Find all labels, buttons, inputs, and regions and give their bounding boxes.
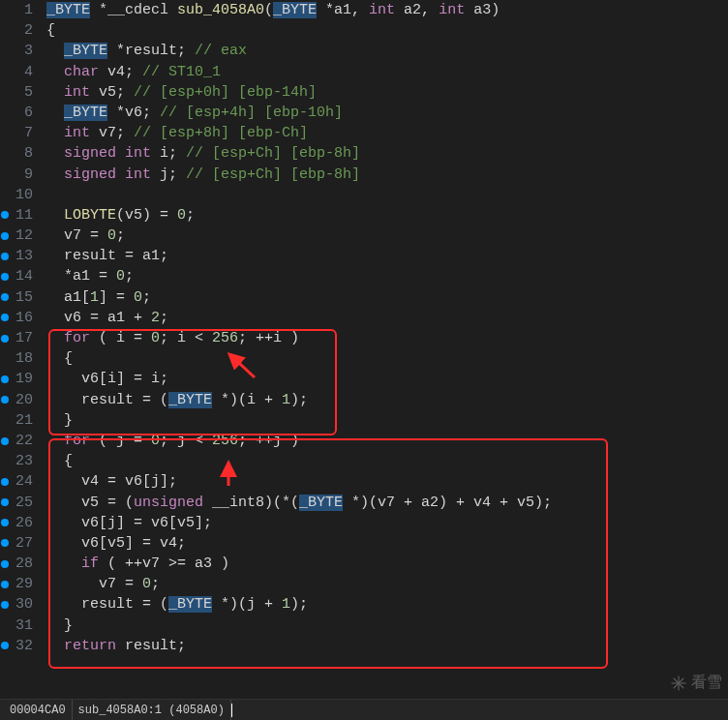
code-line[interactable]: 24 v4 = v6[j]; <box>0 471 728 492</box>
code-line[interactable]: 9 signed int j; // [esp+Ch] [ebp-8h] <box>0 165 728 185</box>
breakpoint-gutter[interactable] <box>0 410 10 431</box>
breakpoint-gutter[interactable] <box>0 554 10 574</box>
breakpoint-gutter[interactable] <box>0 348 10 369</box>
code-content[interactable]: LOBYTE(v5) = 0; <box>39 205 195 225</box>
breakpoint-dot-icon[interactable] <box>1 396 9 404</box>
breakpoint-dot-icon[interactable] <box>1 293 9 301</box>
code-line[interactable]: 21 } <box>0 410 728 431</box>
breakpoint-dot-icon[interactable] <box>1 601 9 609</box>
breakpoint-dot-icon[interactable] <box>1 498 9 506</box>
code-line[interactable]: 4 char v4; // ST10_1 <box>0 62 728 82</box>
breakpoint-gutter[interactable] <box>0 451 10 471</box>
code-line[interactable]: 23 { <box>0 451 728 471</box>
code-line[interactable]: 11 LOBYTE(v5) = 0; <box>0 205 728 225</box>
code-content[interactable]: for ( i = 0; i < 256; ++i ) <box>39 328 299 348</box>
code-content[interactable]: v6[j] = v6[v5]; <box>39 513 212 533</box>
code-content[interactable]: v7 = 0; <box>39 225 125 246</box>
code-line[interactable]: 27 v6[v5] = v4; <box>0 533 728 554</box>
breakpoint-gutter[interactable] <box>0 513 10 533</box>
code-content[interactable]: { <box>39 348 73 369</box>
code-content[interactable]: signed int i; // [esp+Ch] [ebp-8h] <box>39 143 360 164</box>
code-line[interactable]: 8 signed int i; // [esp+Ch] [ebp-8h] <box>0 143 728 164</box>
code-content[interactable]: v6[v5] = v4; <box>39 533 186 554</box>
breakpoint-gutter[interactable] <box>0 308 10 328</box>
code-line[interactable]: 26 v6[j] = v6[v5]; <box>0 513 728 533</box>
breakpoint-dot-icon[interactable] <box>1 375 9 383</box>
breakpoint-gutter[interactable] <box>0 431 10 451</box>
breakpoint-gutter[interactable] <box>0 615 10 636</box>
breakpoint-dot-icon[interactable] <box>1 335 9 343</box>
code-content[interactable]: signed int j; // [esp+Ch] [ebp-8h] <box>39 165 360 185</box>
code-line[interactable]: 7 int v7; // [esp+8h] [ebp-Ch] <box>0 123 728 143</box>
code-content[interactable]: result = (_BYTE *)(i + 1); <box>39 390 308 410</box>
breakpoint-dot-icon[interactable] <box>1 581 9 588</box>
breakpoint-dot-icon[interactable] <box>1 232 9 240</box>
breakpoint-dot-icon[interactable] <box>1 539 9 547</box>
breakpoint-dot-icon[interactable] <box>1 314 9 321</box>
breakpoint-dot-icon[interactable] <box>1 211 9 219</box>
code-line[interactable]: 17 for ( i = 0; i < 256; ++i ) <box>0 328 728 348</box>
breakpoint-gutter[interactable] <box>0 471 10 492</box>
code-line[interactable]: 2{ <box>0 20 728 41</box>
breakpoint-gutter[interactable] <box>0 636 10 656</box>
code-line[interactable]: 19 v6[i] = i; <box>0 369 728 389</box>
breakpoint-gutter[interactable] <box>0 0 10 20</box>
code-line[interactable]: 30 result = (_BYTE *)(j + 1); <box>0 594 728 615</box>
code-content[interactable]: a1[1] = 0; <box>39 287 151 308</box>
breakpoint-gutter[interactable] <box>0 594 10 615</box>
code-content[interactable]: _BYTE *result; // eax <box>39 41 247 61</box>
code-line[interactable]: 29 v7 = 0; <box>0 574 728 594</box>
breakpoint-gutter[interactable] <box>0 225 10 246</box>
code-area[interactable]: 1_BYTE *__cdecl sub_4058A0(_BYTE *a1, in… <box>0 0 728 699</box>
code-line[interactable]: 3 _BYTE *result; // eax <box>0 41 728 61</box>
breakpoint-gutter[interactable] <box>0 390 10 410</box>
code-line[interactable]: 6 _BYTE *v6; // [esp+4h] [ebp-10h] <box>0 103 728 123</box>
breakpoint-gutter[interactable] <box>0 62 10 82</box>
code-content[interactable]: } <box>39 615 73 636</box>
breakpoint-gutter[interactable] <box>0 287 10 308</box>
code-line[interactable]: 12 v7 = 0; <box>0 225 728 246</box>
code-content[interactable]: v6[i] = i; <box>39 369 168 389</box>
code-content[interactable]: int v7; // [esp+8h] [ebp-Ch] <box>39 123 308 143</box>
code-content[interactable] <box>39 185 46 205</box>
breakpoint-dot-icon[interactable] <box>1 560 9 568</box>
code-content[interactable]: char v4; // ST10_1 <box>39 62 221 82</box>
breakpoint-gutter[interactable] <box>0 123 10 143</box>
code-line[interactable]: 25 v5 = (unsigned __int8)(*(_BYTE *)(v7 … <box>0 493 728 513</box>
code-line[interactable]: 1_BYTE *__cdecl sub_4058A0(_BYTE *a1, in… <box>0 0 728 20</box>
code-line[interactable]: 13 result = a1; <box>0 246 728 266</box>
code-content[interactable]: return result; <box>39 636 186 656</box>
code-content[interactable]: *a1 = 0; <box>39 266 134 286</box>
breakpoint-gutter[interactable] <box>0 533 10 554</box>
code-line[interactable]: 28 if ( ++v7 >= a3 ) <box>0 554 728 574</box>
breakpoint-gutter[interactable] <box>0 266 10 286</box>
code-content[interactable]: { <box>39 451 73 471</box>
breakpoint-dot-icon[interactable] <box>1 253 9 260</box>
code-line[interactable]: 5 int v5; // [esp+0h] [ebp-14h] <box>0 82 728 103</box>
code-content[interactable]: } <box>39 410 73 431</box>
breakpoint-gutter[interactable] <box>0 185 10 205</box>
breakpoint-dot-icon[interactable] <box>1 273 9 281</box>
breakpoint-gutter[interactable] <box>0 328 10 348</box>
code-content[interactable]: if ( ++v7 >= a3 ) <box>39 554 229 574</box>
breakpoint-dot-icon[interactable] <box>1 437 9 445</box>
code-line[interactable]: 15 a1[1] = 0; <box>0 287 728 308</box>
code-content[interactable]: _BYTE *__cdecl sub_4058A0(_BYTE *a1, int… <box>39 0 500 20</box>
breakpoint-gutter[interactable] <box>0 82 10 103</box>
breakpoint-gutter[interactable] <box>0 20 10 41</box>
code-line[interactable]: 18 { <box>0 348 728 369</box>
code-line[interactable]: 14 *a1 = 0; <box>0 266 728 286</box>
code-content[interactable]: result = a1; <box>39 246 168 266</box>
breakpoint-gutter[interactable] <box>0 246 10 266</box>
code-content[interactable]: result = (_BYTE *)(j + 1); <box>39 594 308 615</box>
code-line[interactable]: 10 <box>0 185 728 205</box>
breakpoint-dot-icon[interactable] <box>1 642 9 649</box>
code-content[interactable]: for ( j = 0; j < 256; ++j ) <box>39 431 299 451</box>
breakpoint-gutter[interactable] <box>0 574 10 594</box>
breakpoint-gutter[interactable] <box>0 369 10 389</box>
breakpoint-gutter[interactable] <box>0 165 10 185</box>
code-line[interactable]: 20 result = (_BYTE *)(i + 1); <box>0 390 728 410</box>
breakpoint-gutter[interactable] <box>0 205 10 225</box>
code-content[interactable]: _BYTE *v6; // [esp+4h] [ebp-10h] <box>39 103 343 123</box>
breakpoint-gutter[interactable] <box>0 103 10 123</box>
